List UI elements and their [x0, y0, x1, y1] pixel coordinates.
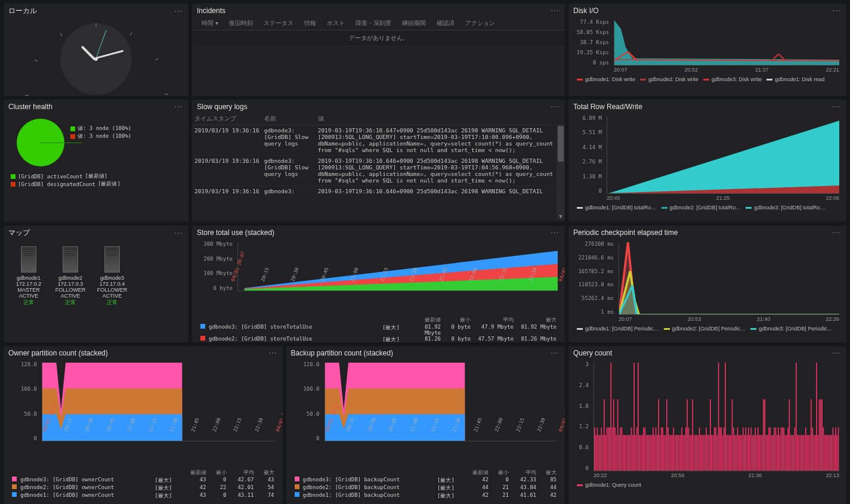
panel-title[interactable]: Periodic checkpoint elapsed time [573, 228, 678, 237]
cluster-node[interactable]: gdbnode1172.17.0.2MASTERACTIVE正常 [11, 246, 47, 307]
svg-marker-0 [614, 20, 839, 65]
legend-item[interactable]: gdbnode1: Disk write [577, 76, 635, 82]
panel-menu-icon[interactable]: ⋯ [551, 6, 560, 16]
legend-item[interactable]: gdbnode1: [GridDB] totalRo… [577, 205, 657, 211]
incidents-column[interactable]: アクション [465, 19, 495, 27]
stats-header: 最大 [515, 316, 557, 324]
legend-item[interactable]: gdbnode2: [GridDB] totalRo… [662, 205, 741, 211]
panel-title[interactable]: Cluster health [8, 103, 52, 111]
scrollbar-thumb[interactable] [558, 126, 564, 162]
legend-item[interactable]: gdbnode1: Disk read [766, 76, 824, 82]
panel-backup-partition: Backup partition count (stacked) ⋯ 128.0… [286, 346, 565, 504]
panel-title[interactable]: Slow query logs [197, 103, 248, 111]
svg-rect-179 [821, 400, 823, 471]
incidents-column[interactable]: 障害・深刻度 [356, 19, 391, 27]
table-row[interactable]: 2019/03/19 19:36:16gdbnode3:2019-03-19T1… [192, 186, 565, 197]
stats-row[interactable]: gdbnode3: [GridDB] storeTotalUse[最大]81.9… [200, 324, 557, 336]
svg-rect-93 [704, 435, 706, 471]
panel-title[interactable]: ローカル [8, 6, 37, 16]
cluster-node[interactable]: gdbnode3172.17.0.4FOLLOWERACTIVE正常 [94, 246, 130, 307]
legend-swatch [11, 174, 16, 179]
legend-item[interactable]: gdbnode3: [GridDB] totalRo… [746, 205, 826, 211]
stats-row[interactable]: gdbnode2: [GridDB] ownerCount[最大]422242.… [12, 484, 274, 492]
plot-area[interactable] [607, 116, 839, 194]
incidents-column[interactable]: 時間 ▾ [202, 19, 218, 27]
panel-title[interactable]: マップ [8, 228, 30, 238]
incidents-column[interactable]: 情報 [304, 19, 316, 27]
incidents-column[interactable]: ステータス [264, 19, 293, 27]
legend-item[interactable]: gdbnode1: [GridDB] Periodic… [577, 326, 659, 332]
plot-area[interactable] [324, 363, 558, 441]
stats-header: 平均 [510, 469, 536, 477]
incidents-column[interactable]: ホスト [327, 19, 345, 27]
stats-value: 43.84 [510, 484, 536, 492]
svg-rect-79 [685, 428, 687, 471]
stats-value: 21 [490, 492, 509, 500]
legend-item[interactable]: gdbnode3: Disk write [703, 76, 762, 82]
x-tick: 04/01 22:41 [558, 280, 565, 289]
panel-title[interactable]: Backup partition count (stacked) [291, 349, 393, 357]
stats-row[interactable]: gdbnode1: [GridDB] ownerCount[最大]43043.1… [12, 492, 274, 500]
scroll-down-icon[interactable]: ▼ [557, 214, 565, 219]
incidents-column[interactable]: 確認済 [437, 19, 455, 27]
panel-menu-icon[interactable]: ⋯ [551, 348, 560, 358]
x-tick: 21:36 [749, 472, 762, 481]
plot-area[interactable] [42, 363, 276, 441]
stats-row[interactable]: gdbnode3: [GridDB] ownerCount[最大]43042.6… [12, 477, 274, 484]
pie-legend-item[interactable]: 値: 3 node (100%) [70, 132, 131, 140]
panel-menu-icon[interactable]: ⋯ [832, 348, 842, 358]
y-tick: 165785.2 ms [573, 268, 614, 274]
stats-label: gdbnode2: [GridDB] backupCount [303, 484, 437, 492]
panel-title[interactable]: Query count [573, 349, 612, 357]
panel-menu-icon[interactable]: ⋯ [174, 7, 184, 16]
stats-value: 41.61 [510, 492, 536, 500]
table-header[interactable]: 値 [316, 113, 565, 125]
backup-svg [325, 363, 558, 441]
cluster-metric-row[interactable]: [GridDB] activeCount [最新値] [11, 172, 181, 180]
x-tick: 22:30 [528, 280, 551, 289]
stats-row[interactable]: gdbnode3: [GridDB] backupCount[最大]42042.… [295, 477, 557, 484]
legend-item[interactable]: gdbnode1: Query count [577, 482, 641, 488]
stats-label: gdbnode2: [GridDB] ownerCount [20, 484, 154, 492]
panel-menu-icon[interactable]: ⋯ [551, 102, 560, 112]
panel-title[interactable]: Store total use (stacked) [197, 228, 274, 237]
cluster-node[interactable]: gdbnode2172.17.0.3FOLLOWERACTIVE正常 [52, 246, 88, 307]
plot-area[interactable] [614, 20, 839, 66]
pie-chart[interactable] [17, 119, 64, 166]
panel-menu-icon[interactable]: ⋯ [832, 6, 842, 16]
incidents-column[interactable]: 継続期間 [402, 19, 426, 27]
svg-rect-153 [786, 435, 787, 471]
plot-area[interactable] [619, 242, 839, 315]
svg-rect-117 [737, 428, 738, 471]
table-header[interactable]: タイムスタンプ [192, 113, 262, 125]
cluster-metric-row[interactable]: [GridDB] designatedCount [最新値] [11, 180, 181, 188]
table-row[interactable]: 2019/03/19 19:36:16gdbnode3: [GridDB] Sl… [192, 156, 565, 186]
legend-item[interactable]: gdbnode2: Disk write [640, 76, 698, 82]
stats-row[interactable]: gdbnode1: [GridDB] backupCount[最大]422141… [295, 492, 557, 500]
table-header[interactable]: 名前 [262, 113, 316, 125]
stats-value: 43 [183, 477, 206, 484]
panel-title[interactable]: Disk I/O [573, 7, 599, 15]
plot-area[interactable] [594, 363, 839, 471]
panel-menu-icon[interactable]: ⋯ [551, 228, 560, 237]
incidents-column[interactable]: 復旧時刻 [229, 19, 253, 27]
stats-row[interactable]: gdbnode2: [GridDB] backupCount[最大]442143… [295, 484, 557, 492]
stats-agg: [最大] [155, 477, 181, 484]
panel-menu-icon[interactable]: ⋯ [832, 102, 842, 112]
panel-title[interactable]: Total Row Read/Write [573, 103, 642, 111]
scrollbar[interactable]: ▲ ▼ [557, 126, 565, 219]
panel-menu-icon[interactable]: ⋯ [832, 228, 842, 237]
panel-menu-icon[interactable]: ⋯ [268, 348, 278, 358]
panel-menu-icon[interactable]: ⋯ [174, 228, 184, 238]
legend-item[interactable]: gdbnode3: [GridDB] Periodic… [750, 326, 833, 332]
panel-menu-icon[interactable]: ⋯ [174, 102, 184, 112]
panel-title[interactable]: Owner partition count (stacked) [8, 349, 108, 357]
pie-legend-item[interactable]: 値: 3 node (100%) [70, 125, 131, 132]
stats-row[interactable]: gdbnode2: [GridDB] storeTotalUse[最大]81.2… [200, 336, 557, 342]
stats-value: 81.92 Mbyte [515, 324, 557, 336]
legend-item[interactable]: gdbnode2: [GridDB] Periodic… [664, 326, 746, 332]
svg-rect-83 [691, 435, 692, 471]
table-row[interactable]: 2019/03/19 19:36:16gdbnode3: [GridDB] Sl… [192, 125, 565, 156]
panel-title[interactable]: Incidents [197, 7, 225, 15]
svg-rect-47 [642, 435, 643, 471]
